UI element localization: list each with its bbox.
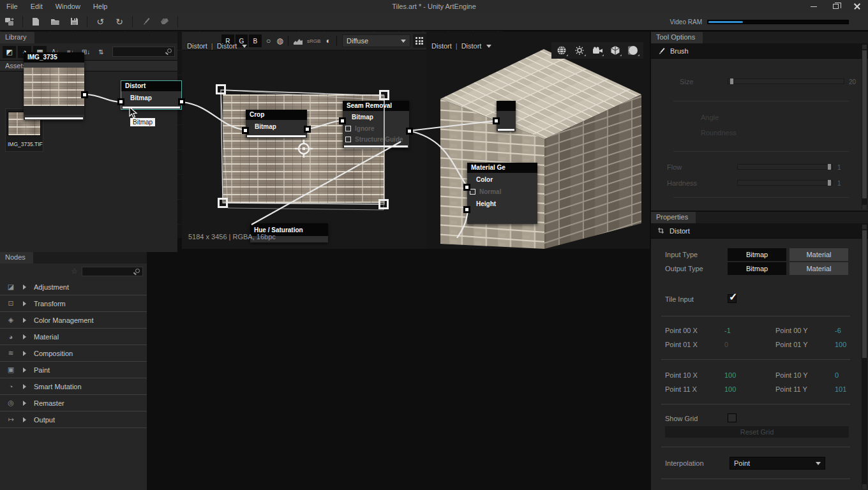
node-title[interactable]: Material Ge <box>467 163 503 173</box>
histogram-button[interactable] <box>292 33 304 48</box>
expand-arrow-icon[interactable] <box>23 285 26 290</box>
expand-arrow-icon[interactable] <box>23 368 26 373</box>
point-00-x-value[interactable]: -1 <box>724 327 731 334</box>
tile-input-checkbox[interactable]: ✓ <box>728 294 737 303</box>
flow-slider[interactable] <box>737 164 833 170</box>
tab-library[interactable]: Library <box>0 32 34 43</box>
viewport-2d-breadcrumb[interactable]: Distort | Distort <box>187 42 247 50</box>
expand-arrow-icon[interactable] <box>23 401 26 406</box>
distort-center-handle[interactable] <box>293 138 315 160</box>
exposure-icon[interactable]: ◐ <box>322 36 334 45</box>
expand-arrow-icon[interactable] <box>23 351 26 356</box>
show-grid-checkbox[interactable] <box>728 413 737 422</box>
input-port-height[interactable] <box>463 206 470 213</box>
distort-section-header[interactable]: Distort <box>651 223 868 239</box>
input-type-material-button[interactable]: Material <box>789 248 848 261</box>
input-port[interactable] <box>339 117 346 124</box>
category-composition[interactable]: ≋ Composition <box>0 345 147 362</box>
import-export-button[interactable] <box>1 14 18 29</box>
scroll-down-icon[interactable] <box>862 484 867 489</box>
checkbox-icon[interactable] <box>345 126 351 131</box>
reset-grid-button[interactable]: Reset Grid <box>665 426 849 438</box>
expand-arrow-icon[interactable] <box>23 384 26 389</box>
category-adjustment[interactable]: ◪ Adjustment <box>0 279 147 295</box>
point-11-x-value[interactable]: 100 <box>724 385 736 393</box>
distort-handle-bottom-left[interactable] <box>218 198 228 208</box>
thumbnail-grid-button[interactable] <box>413 34 426 48</box>
input-type-bitmap-button[interactable]: Bitmap <box>728 248 786 261</box>
output-port[interactable] <box>406 128 413 135</box>
size-value[interactable]: 20 <box>849 78 856 85</box>
save-button[interactable] <box>66 14 82 29</box>
node-material-generator[interactable]: Material Ge Color Normal Height <box>467 163 503 224</box>
alpha-off-icon[interactable]: ○ <box>263 36 274 45</box>
hardness-slider-knob[interactable] <box>828 180 831 186</box>
library-search-input[interactable] <box>112 47 175 57</box>
checkbox-icon[interactable] <box>345 137 351 142</box>
mesh-button[interactable] <box>608 43 623 57</box>
checkbox-icon[interactable] <box>470 189 475 195</box>
material-preview-button[interactable] <box>625 43 641 57</box>
point-01-y-value[interactable]: 100 <box>835 341 846 348</box>
input-port[interactable] <box>493 117 500 124</box>
expand-arrow-icon[interactable] <box>23 301 26 306</box>
new-file-button[interactable] <box>27 14 44 29</box>
category-smart-mutation[interactable]: ◔ Smart Mutation <box>0 378 147 395</box>
node-title[interactable]: Crop <box>246 110 307 120</box>
node-distort[interactable]: Distort Bitmap <box>121 81 181 109</box>
category-output[interactable]: ↦ Output <box>0 412 147 428</box>
tab-tool-options[interactable]: Tool Options <box>651 32 703 43</box>
output-type-bitmap-button[interactable]: Bitmap <box>728 262 786 275</box>
flow-value[interactable]: 1 <box>837 164 841 171</box>
favorites-star-icon[interactable]: ☆ <box>71 267 78 276</box>
camera-button[interactable] <box>590 43 605 57</box>
undo-button[interactable]: ↺ <box>92 14 108 29</box>
distort-handle-top-right[interactable] <box>379 90 389 100</box>
category-transform[interactable]: ⊡ Transform <box>0 295 147 312</box>
node-row-color[interactable]: Color <box>467 173 503 186</box>
point-10-y-value[interactable]: 0 <box>835 371 839 379</box>
node-img-3735[interactable]: IMG_3735 <box>24 52 84 120</box>
category-material[interactable]: ◕ Material <box>0 329 147 345</box>
viewport-3d[interactable]: Distort | Distort <box>426 32 650 249</box>
size-slider-knob[interactable] <box>730 78 733 84</box>
size-slider[interactable] <box>728 78 844 84</box>
node-row-bitmap[interactable]: Bitmap <box>121 91 181 105</box>
lighting-button[interactable] <box>572 43 587 57</box>
node-row-bitmap[interactable]: Bitmap <box>246 120 307 133</box>
node-title[interactable]: IMG_3735 <box>24 52 84 63</box>
expand-arrow-icon[interactable] <box>23 318 26 323</box>
scrollbar-thumb[interactable] <box>862 230 867 358</box>
category-remaster[interactable]: ◎ Remaster <box>0 395 147 412</box>
tab-nodes[interactable]: Nodes <box>0 252 33 264</box>
node-row-ignore[interactable]: Ignore <box>343 123 409 134</box>
cube-3d-preview[interactable] <box>426 32 650 249</box>
brush-section-header[interactable]: Brush <box>651 43 868 59</box>
output-port[interactable] <box>81 91 88 98</box>
channel-b-button[interactable]: B <box>249 34 262 47</box>
tool-options-scrollbar[interactable] <box>862 45 867 209</box>
node-seam-removal[interactable]: Seam Removal Bitmap Ignore Structure Gui… <box>343 101 409 148</box>
node-row-structure-guide[interactable]: Structure Guide <box>343 134 409 145</box>
redo-button[interactable]: ↻ <box>111 14 128 29</box>
output-type-material-button[interactable]: Material <box>789 262 848 275</box>
tab-properties[interactable]: Properties <box>651 212 696 223</box>
brush-tool-button[interactable] <box>137 14 154 29</box>
scroll-down-icon[interactable] <box>862 205 867 209</box>
node-row-bitmap[interactable]: Bitmap <box>343 111 409 123</box>
minimize-button[interactable] <box>803 0 825 13</box>
expand-arrow-icon[interactable] <box>23 334 26 339</box>
node-title[interactable]: Seam Removal <box>343 101 409 111</box>
point-01-x-value[interactable]: 0 <box>724 341 728 348</box>
menu-help[interactable]: Help <box>87 0 114 13</box>
environment-button[interactable] <box>554 43 569 57</box>
expand-arrow-icon[interactable] <box>23 417 26 422</box>
menu-window[interactable]: Window <box>49 0 87 13</box>
node-partial-right[interactable] <box>497 101 503 131</box>
input-port[interactable] <box>242 127 249 134</box>
node-crop[interactable]: Crop Bitmap <box>246 110 307 138</box>
interpolation-dropdown[interactable]: Point <box>730 457 825 470</box>
scroll-up-icon[interactable] <box>862 225 867 229</box>
hardness-value[interactable]: 1 <box>837 180 841 187</box>
restore-button[interactable] <box>825 0 846 13</box>
